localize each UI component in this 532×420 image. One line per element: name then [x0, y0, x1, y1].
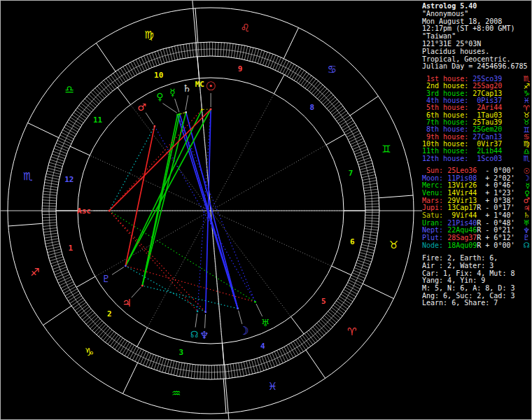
venus-glyph: ♀	[156, 91, 163, 102]
planet-value: 28Sag37	[447, 234, 477, 241]
house-cusp-ray-8	[211, 145, 326, 211]
sign-glyph-scorpio: ♏	[23, 170, 33, 183]
aspect-line-venus-jupiter	[142, 115, 177, 286]
house-number-7: 7	[349, 169, 354, 178]
planet-label: Merc:	[422, 181, 447, 189]
node-pointer-line	[195, 314, 197, 328]
aspect-line-moon-jupiter	[142, 286, 237, 309]
planet-label: Plut:	[422, 234, 447, 241]
planet-row: Node: 18Aqu09R + 0°00'☊	[422, 241, 531, 249]
planet-label: Satu:	[422, 211, 447, 219]
planet-value: 25Leo36	[447, 167, 477, 174]
house-label: 4th house:	[422, 97, 472, 104]
house-number-1: 1	[69, 244, 74, 253]
house-label: 1st house:	[422, 75, 472, 83]
info-panel: Astrolog 5.40"Anonymous"Mon August 18, 2…	[422, 3, 531, 307]
planet-value: 22Aqu46	[447, 226, 477, 234]
house-row: 10th house: 0Vir37♍	[422, 140, 531, 147]
house-number-10: 10	[154, 71, 163, 80]
sign-glyph-pisces: ♓	[267, 380, 276, 393]
planet-row: Uran: 21Pis40R - 0°48'♅	[422, 219, 531, 227]
moon-aspect-point	[237, 308, 239, 309]
house-cusp-line-4	[222, 343, 224, 365]
house-label: 9th house:	[422, 133, 472, 141]
house-cusp-list: 1st house: 25Sco39♏ 2nd house: 25Sag20♐ …	[422, 75, 531, 162]
neptune-aspect-point	[205, 312, 206, 313]
house-cusp-ray-5	[211, 211, 291, 317]
house-number-12: 12	[64, 175, 74, 184]
neptune-glyph: ♆	[200, 329, 209, 342]
planet-velocity: + 1°23'	[481, 189, 514, 197]
pluto-aspect-point	[125, 265, 126, 267]
planet-label: Node:	[422, 241, 447, 249]
house-cusp-ray-6	[211, 211, 332, 266]
saturn-glyph: ♄	[183, 83, 192, 94]
planet-row: Sun: 25Leo36 - 0°00'☉	[422, 167, 531, 174]
sign-glyph-capricorn: ♑	[85, 346, 94, 358]
house-value: 25Sag20	[472, 82, 502, 90]
mars-glyph: ♂	[137, 102, 146, 113]
house-number-11: 11	[93, 115, 103, 125]
header-line: Placidus houses.	[422, 48, 531, 56]
jupiter-pointer-line	[132, 287, 141, 298]
house-cusp-line-10	[197, 57, 200, 78]
house-cusp-line-5	[291, 317, 304, 335]
planet-row: Jupi: 13Cap17R - 0°17'♃	[422, 204, 531, 212]
uranus-glyph: ♅	[261, 317, 270, 328]
planet-velocity: - 0°17'	[481, 204, 514, 211]
planet-value: 13Vir26	[447, 181, 477, 189]
jupiter-aspect-point	[141, 285, 143, 286]
mercury-aspect-point	[179, 113, 181, 115]
house-row: 9th house: 27Can13♋	[422, 133, 531, 140]
planet-velocity: - 0°21'	[481, 226, 514, 234]
chart-header: Astrolog 5.40"Anonymous"Mon August 18, 2…	[422, 3, 531, 71]
planet-row: Nept: 22Aqu46R - 0°21'♆	[422, 226, 531, 234]
aspect-line-mc-pluto	[125, 110, 202, 266]
house-label: 11th house:	[422, 147, 472, 155]
house-row: 7th house: 25Tau39♉	[422, 118, 531, 125]
house-cusp-line-9	[274, 75, 284, 94]
house-sign-glyph: ♏	[524, 154, 531, 162]
planet-velocity: - 0°00'	[481, 167, 514, 174]
planet-label: Venu:	[422, 189, 447, 197]
pluto-pointer-line	[112, 267, 124, 275]
house-cusp-line-8	[326, 134, 345, 145]
planet-row: Merc: 13Vir26 + 0°46'☿	[422, 182, 531, 190]
sign-boundary	[363, 284, 393, 298]
planet-position-list: Sun: 25Leo36 - 0°00'☉Moon: 11Pis08 + 2°0…	[422, 167, 531, 248]
saturn-aspect-point	[186, 111, 187, 113]
asc-label: Asc	[77, 206, 91, 216]
sun-aspect-point	[210, 108, 211, 110]
house-label: 7th house:	[422, 118, 472, 126]
sign-glyph-leo: ♌	[240, 22, 249, 34]
mars-pointer-line	[146, 113, 153, 125]
mc-aspect-point	[201, 108, 202, 110]
sign-boundary	[122, 363, 137, 393]
mc-label: MC	[195, 80, 204, 89]
chart-wheel: ♈♉♊♋♌♍♎♏♐♑♒♓123456789101112☉☽☿♀♂♃♄♅♆♇☊As…	[1, 1, 422, 420]
aspect-line-saturn-jupiter	[142, 112, 186, 286]
sign-glyph-taurus: ♉	[389, 239, 398, 251]
planet-value: 21Pis40	[447, 219, 477, 227]
house-label: 12th house:	[422, 155, 472, 162]
planet-velocity: + 1°40'	[481, 211, 514, 219]
neptune-pointer-line	[205, 314, 206, 328]
sign-glyph-cancer: ♋	[328, 63, 337, 76]
house-cusp-line-2	[76, 276, 95, 287]
pluto-glyph: ♇	[102, 273, 111, 284]
house-label: 3rd house:	[422, 90, 472, 97]
planet-velocity: + 0°00'	[481, 241, 514, 249]
venus-pointer-line	[162, 104, 176, 113]
header-line: Julian Day = 2454696.6785	[422, 63, 531, 71]
house-label: 5th house:	[422, 104, 472, 111]
element-stats-block: Fire: 2, Earth: 6,Air : 2, Water: 3Car: …	[422, 255, 531, 307]
sign-glyph-virgo: ♍	[144, 29, 153, 41]
house-row: 11th house: 2Lib44♎	[422, 148, 531, 155]
house-cusp-ray-9	[211, 94, 274, 211]
house-row: 4th house: 0Pis37♓	[422, 97, 531, 104]
venus-aspect-point	[176, 114, 178, 115]
house-value: 25Gem20	[472, 125, 502, 133]
planet-velocity: + 0°38'	[481, 197, 514, 204]
planet-value: 18Aqu09	[447, 241, 477, 249]
house-cusp-line-3	[137, 328, 148, 346]
